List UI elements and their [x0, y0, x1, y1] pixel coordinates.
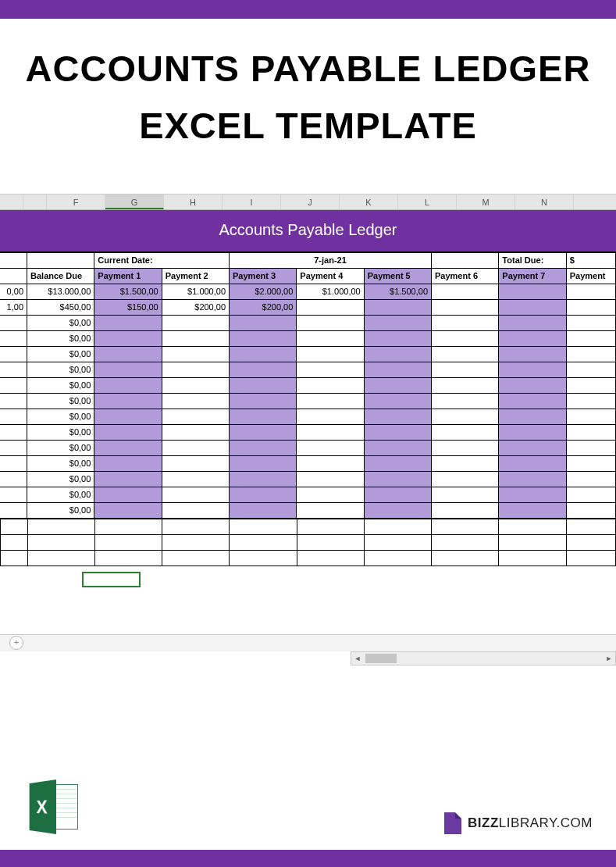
- cell-balance[interactable]: $0,00: [27, 377, 94, 393]
- current-date-label[interactable]: Current Date:: [94, 252, 230, 268]
- cell-lead[interactable]: [0, 393, 27, 409]
- scroll-thumb[interactable]: [365, 654, 397, 663]
- add-sheet-button[interactable]: +: [9, 636, 23, 650]
- cell-p8[interactable]: [566, 502, 615, 518]
- hdr-payment-5[interactable]: Payment 5: [364, 268, 431, 284]
- cell-p4[interactable]: [297, 471, 364, 487]
- cell-balance[interactable]: $0,00: [27, 440, 94, 455]
- cell-p1[interactable]: [94, 362, 162, 377]
- cell-p5[interactable]: [364, 471, 431, 487]
- cell-p7[interactable]: [499, 346, 566, 362]
- cell-p3[interactable]: [230, 455, 297, 471]
- cell-p4[interactable]: [297, 315, 364, 330]
- cell-p8[interactable]: [566, 299, 615, 315]
- cell-balance[interactable]: $0,00: [27, 362, 94, 377]
- cell-p8[interactable]: [566, 440, 615, 455]
- cell-p6[interactable]: [432, 455, 499, 471]
- cell-p3[interactable]: $2.000,00: [230, 284, 297, 299]
- cell-balance[interactable]: $0,00: [27, 424, 94, 440]
- col-header-blank2[interactable]: [23, 194, 47, 209]
- col-header-N[interactable]: N: [515, 194, 574, 209]
- cell-p8[interactable]: [566, 330, 615, 346]
- hdr-payment-2[interactable]: Payment 2: [162, 268, 229, 284]
- col-header-G[interactable]: G: [105, 194, 164, 209]
- cell-p2[interactable]: [162, 424, 229, 440]
- cell-p1[interactable]: [94, 315, 162, 330]
- cell-p5[interactable]: $1.500,00: [364, 284, 431, 299]
- cell-p6[interactable]: [432, 377, 499, 393]
- cell-p3[interactable]: [230, 440, 297, 455]
- cell-balance[interactable]: $0,00: [27, 502, 94, 518]
- empty-row[interactable]: [1, 534, 616, 550]
- col-header-K[interactable]: K: [340, 194, 398, 209]
- cell-p5[interactable]: [364, 362, 431, 377]
- cell-balance[interactable]: $0,00: [27, 471, 94, 487]
- cell-balance[interactable]: $0,00: [27, 330, 94, 346]
- cell-balance[interactable]: $450,00: [27, 299, 94, 315]
- cell-p4[interactable]: [297, 455, 364, 471]
- cell-p7[interactable]: [499, 440, 566, 455]
- cell-p3[interactable]: [230, 330, 297, 346]
- cell-p7[interactable]: [499, 377, 566, 393]
- cell-p7[interactable]: [499, 284, 566, 299]
- cell-p4[interactable]: [297, 299, 364, 315]
- cell-p2[interactable]: [162, 487, 229, 502]
- cell-lead[interactable]: 1,00: [0, 299, 27, 315]
- cell-p6[interactable]: [432, 409, 499, 424]
- cell-p1[interactable]: [94, 330, 162, 346]
- cell-p5[interactable]: [364, 377, 431, 393]
- cell-p6[interactable]: [432, 330, 499, 346]
- col-header-F[interactable]: F: [47, 194, 105, 209]
- cell-p8[interactable]: [566, 487, 615, 502]
- total-due-value[interactable]: $: [566, 252, 615, 268]
- cell-p4[interactable]: [297, 502, 364, 518]
- cell-p2[interactable]: [162, 471, 229, 487]
- cell-p3[interactable]: [230, 377, 297, 393]
- cell-p7[interactable]: [499, 502, 566, 518]
- cell-p1[interactable]: $1.500,00: [94, 284, 162, 299]
- horizontal-scrollbar[interactable]: ◄ ►: [351, 651, 616, 665]
- cell-p1[interactable]: [94, 455, 162, 471]
- cell-p8[interactable]: [566, 362, 615, 377]
- cell-p3[interactable]: [230, 409, 297, 424]
- col-header-J[interactable]: J: [281, 194, 340, 209]
- cell-lead[interactable]: [0, 502, 27, 518]
- hdr-payment-3[interactable]: Payment 3: [230, 268, 297, 284]
- cell-p6[interactable]: [432, 487, 499, 502]
- cell-p5[interactable]: [364, 424, 431, 440]
- total-due-label[interactable]: Total Due:: [499, 252, 566, 268]
- cell-p1[interactable]: [94, 393, 162, 409]
- cell-p3[interactable]: [230, 362, 297, 377]
- cell-p5[interactable]: [364, 440, 431, 455]
- cell-p7[interactable]: [499, 424, 566, 440]
- cell-p4[interactable]: [297, 424, 364, 440]
- cell-p1[interactable]: [94, 440, 162, 455]
- cell-p6[interactable]: [432, 315, 499, 330]
- cell-p6[interactable]: [432, 424, 499, 440]
- cell-lead[interactable]: [0, 330, 27, 346]
- cell-p8[interactable]: [566, 424, 615, 440]
- cell-p5[interactable]: [364, 487, 431, 502]
- cell-p8[interactable]: [566, 393, 615, 409]
- cell-p3[interactable]: [230, 471, 297, 487]
- cell-p2[interactable]: [162, 393, 229, 409]
- hdr-payment-8[interactable]: Payment: [566, 268, 615, 284]
- hdr-payment-6[interactable]: Payment 6: [432, 268, 499, 284]
- col-header-blank[interactable]: [0, 194, 23, 209]
- col-header-M[interactable]: M: [457, 194, 515, 209]
- cell-p2[interactable]: [162, 362, 229, 377]
- cell-p2[interactable]: [162, 455, 229, 471]
- cell-p6[interactable]: [432, 502, 499, 518]
- cell-p1[interactable]: [94, 502, 162, 518]
- col-header-I[interactable]: I: [223, 194, 281, 209]
- cell-balance[interactable]: $0,00: [27, 346, 94, 362]
- cell-lead[interactable]: [0, 455, 27, 471]
- cell-p1[interactable]: $150,00: [94, 299, 162, 315]
- cell-p2[interactable]: [162, 377, 229, 393]
- cell-balance[interactable]: $0,00: [27, 393, 94, 409]
- cell-p4[interactable]: [297, 377, 364, 393]
- cell-p4[interactable]: [297, 362, 364, 377]
- cell-p7[interactable]: [499, 362, 566, 377]
- cell-p8[interactable]: [566, 471, 615, 487]
- cell-p3[interactable]: $200,00: [230, 299, 297, 315]
